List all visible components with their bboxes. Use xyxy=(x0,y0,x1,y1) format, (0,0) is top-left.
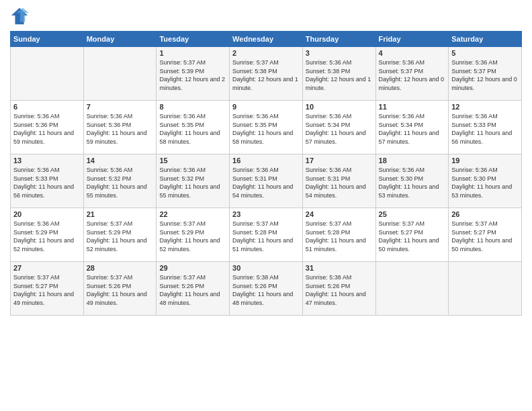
calendar-cell xyxy=(11,47,84,101)
weekday-header-sunday: Sunday xyxy=(11,32,84,47)
weekday-header-row: SundayMondayTuesdayWednesdayThursdayFrid… xyxy=(11,32,522,47)
calendar-week-4: 20Sunrise: 5:36 AMSunset: 5:29 PMDayligh… xyxy=(11,208,522,262)
day-number: 14 xyxy=(87,156,154,165)
day-number: 16 xyxy=(232,156,300,165)
calendar-cell xyxy=(83,47,157,101)
calendar-week-1: 1Sunrise: 5:37 AMSunset: 5:39 PMDaylight… xyxy=(11,47,522,101)
day-number: 27 xyxy=(13,264,81,272)
weekday-header-thursday: Thursday xyxy=(302,32,375,47)
day-number: 8 xyxy=(159,103,226,111)
calendar-cell: 7Sunrise: 5:36 AMSunset: 5:36 PMDaylight… xyxy=(83,101,157,154)
day-info: Sunrise: 5:36 AMSunset: 5:31 PMDaylight:… xyxy=(306,166,373,199)
calendar-cell: 30Sunrise: 5:38 AMSunset: 5:26 PMDayligh… xyxy=(230,262,303,316)
day-info: Sunrise: 5:37 AMSunset: 5:28 PMDaylight:… xyxy=(306,220,373,253)
day-number: 12 xyxy=(451,103,519,111)
calendar-cell: 14Sunrise: 5:36 AMSunset: 5:32 PMDayligh… xyxy=(83,154,157,208)
weekday-header-monday: Monday xyxy=(83,32,157,47)
day-info: Sunrise: 5:36 AMSunset: 5:34 PMDaylight:… xyxy=(306,112,373,146)
day-info: Sunrise: 5:36 AMSunset: 5:38 PMDaylight:… xyxy=(306,58,373,92)
day-info: Sunrise: 5:36 AMSunset: 5:35 PMDaylight:… xyxy=(232,112,300,146)
day-number: 5 xyxy=(451,49,519,57)
calendar-cell: 13Sunrise: 5:36 AMSunset: 5:33 PMDayligh… xyxy=(11,154,84,208)
day-number: 20 xyxy=(13,210,81,218)
weekday-header-wednesday: Wednesday xyxy=(230,32,303,47)
day-info: Sunrise: 5:37 AMSunset: 5:29 PMDaylight:… xyxy=(159,220,226,253)
day-number: 26 xyxy=(451,210,519,218)
day-number: 11 xyxy=(379,103,446,111)
calendar-week-5: 27Sunrise: 5:37 AMSunset: 5:27 PMDayligh… xyxy=(11,262,522,316)
day-info: Sunrise: 5:36 AMSunset: 5:34 PMDaylight:… xyxy=(379,112,446,146)
day-info: Sunrise: 5:36 AMSunset: 5:33 PMDaylight:… xyxy=(451,112,519,146)
calendar-cell: 23Sunrise: 5:37 AMSunset: 5:28 PMDayligh… xyxy=(230,208,303,262)
day-number: 6 xyxy=(13,103,81,111)
calendar-cell: 18Sunrise: 5:36 AMSunset: 5:30 PMDayligh… xyxy=(375,154,449,208)
day-number: 18 xyxy=(379,156,446,165)
calendar-cell: 6Sunrise: 5:36 AMSunset: 5:36 PMDaylight… xyxy=(11,101,84,154)
calendar-cell: 9Sunrise: 5:36 AMSunset: 5:35 PMDaylight… xyxy=(230,101,303,154)
day-info: Sunrise: 5:36 AMSunset: 5:33 PMDaylight:… xyxy=(13,166,81,199)
day-number: 9 xyxy=(232,103,300,111)
day-info: Sunrise: 5:36 AMSunset: 5:30 PMDaylight:… xyxy=(451,166,519,199)
day-number: 19 xyxy=(451,156,519,165)
day-number: 17 xyxy=(306,156,373,165)
weekday-header-saturday: Saturday xyxy=(449,32,522,47)
calendar-cell: 1Sunrise: 5:37 AMSunset: 5:39 PMDaylight… xyxy=(157,47,230,101)
calendar-cell xyxy=(449,262,522,316)
calendar-cell: 8Sunrise: 5:36 AMSunset: 5:35 PMDaylight… xyxy=(157,101,230,154)
day-number: 31 xyxy=(306,264,373,272)
day-info: Sunrise: 5:36 AMSunset: 5:37 PMDaylight:… xyxy=(379,58,446,92)
day-info: Sunrise: 5:38 AMSunset: 5:26 PMDaylight:… xyxy=(306,273,373,307)
day-number: 25 xyxy=(379,210,446,218)
day-info: Sunrise: 5:37 AMSunset: 5:26 PMDaylight:… xyxy=(87,273,154,307)
day-number: 10 xyxy=(306,103,373,111)
calendar-cell: 26Sunrise: 5:37 AMSunset: 5:27 PMDayligh… xyxy=(449,208,522,262)
day-info: Sunrise: 5:37 AMSunset: 5:38 PMDaylight:… xyxy=(232,58,300,92)
day-info: Sunrise: 5:37 AMSunset: 5:29 PMDaylight:… xyxy=(87,220,154,253)
calendar-cell: 31Sunrise: 5:38 AMSunset: 5:26 PMDayligh… xyxy=(302,262,375,316)
day-info: Sunrise: 5:36 AMSunset: 5:36 PMDaylight:… xyxy=(13,112,81,146)
calendar-cell: 15Sunrise: 5:36 AMSunset: 5:32 PMDayligh… xyxy=(157,154,230,208)
calendar-cell: 5Sunrise: 5:36 AMSunset: 5:37 PMDaylight… xyxy=(449,47,522,101)
calendar-table: SundayMondayTuesdayWednesdayThursdayFrid… xyxy=(10,31,522,316)
day-info: Sunrise: 5:37 AMSunset: 5:27 PMDaylight:… xyxy=(13,273,81,307)
day-number: 29 xyxy=(159,264,226,272)
day-number: 4 xyxy=(379,49,446,57)
calendar-week-3: 13Sunrise: 5:36 AMSunset: 5:33 PMDayligh… xyxy=(11,154,522,208)
day-info: Sunrise: 5:36 AMSunset: 5:32 PMDaylight:… xyxy=(159,166,226,199)
calendar-cell: 12Sunrise: 5:36 AMSunset: 5:33 PMDayligh… xyxy=(449,101,522,154)
day-info: Sunrise: 5:37 AMSunset: 5:26 PMDaylight:… xyxy=(159,273,226,307)
calendar-cell: 2Sunrise: 5:37 AMSunset: 5:38 PMDaylight… xyxy=(230,47,303,101)
calendar-body: 1Sunrise: 5:37 AMSunset: 5:39 PMDaylight… xyxy=(11,47,522,316)
calendar-cell: 29Sunrise: 5:37 AMSunset: 5:26 PMDayligh… xyxy=(157,262,230,316)
day-info: Sunrise: 5:36 AMSunset: 5:32 PMDaylight:… xyxy=(87,166,154,199)
weekday-header-friday: Friday xyxy=(375,32,449,47)
day-number: 24 xyxy=(306,210,373,218)
calendar-cell: 27Sunrise: 5:37 AMSunset: 5:27 PMDayligh… xyxy=(11,262,84,316)
calendar-cell: 4Sunrise: 5:36 AMSunset: 5:37 PMDaylight… xyxy=(375,47,449,101)
calendar-cell: 19Sunrise: 5:36 AMSunset: 5:30 PMDayligh… xyxy=(449,154,522,208)
day-number: 2 xyxy=(232,49,300,57)
calendar-cell: 21Sunrise: 5:37 AMSunset: 5:29 PMDayligh… xyxy=(83,208,157,262)
day-info: Sunrise: 5:36 AMSunset: 5:37 PMDaylight:… xyxy=(451,58,519,92)
calendar-cell: 11Sunrise: 5:36 AMSunset: 5:34 PMDayligh… xyxy=(375,101,449,154)
day-info: Sunrise: 5:37 AMSunset: 5:39 PMDaylight:… xyxy=(159,58,226,92)
logo-icon xyxy=(10,7,29,26)
day-number: 23 xyxy=(232,210,300,218)
day-info: Sunrise: 5:36 AMSunset: 5:29 PMDaylight:… xyxy=(13,220,81,253)
day-number: 3 xyxy=(306,49,373,57)
calendar-cell: 25Sunrise: 5:37 AMSunset: 5:27 PMDayligh… xyxy=(375,208,449,262)
calendar-cell: 3Sunrise: 5:36 AMSunset: 5:38 PMDaylight… xyxy=(302,47,375,101)
day-number: 13 xyxy=(13,156,81,165)
calendar-cell: 17Sunrise: 5:36 AMSunset: 5:31 PMDayligh… xyxy=(302,154,375,208)
day-info: Sunrise: 5:36 AMSunset: 5:30 PMDaylight:… xyxy=(379,166,446,199)
calendar-cell: 16Sunrise: 5:36 AMSunset: 5:31 PMDayligh… xyxy=(230,154,303,208)
day-info: Sunrise: 5:37 AMSunset: 5:27 PMDaylight:… xyxy=(379,220,446,253)
day-number: 22 xyxy=(159,210,226,218)
day-number: 15 xyxy=(159,156,226,165)
day-number: 7 xyxy=(87,103,154,111)
day-info: Sunrise: 5:38 AMSunset: 5:26 PMDaylight:… xyxy=(232,273,300,307)
day-number: 28 xyxy=(87,264,154,272)
calendar-cell: 28Sunrise: 5:37 AMSunset: 5:26 PMDayligh… xyxy=(83,262,157,316)
weekday-header-tuesday: Tuesday xyxy=(157,32,230,47)
page: SundayMondayTuesdayWednesdayThursdayFrid… xyxy=(0,0,532,411)
